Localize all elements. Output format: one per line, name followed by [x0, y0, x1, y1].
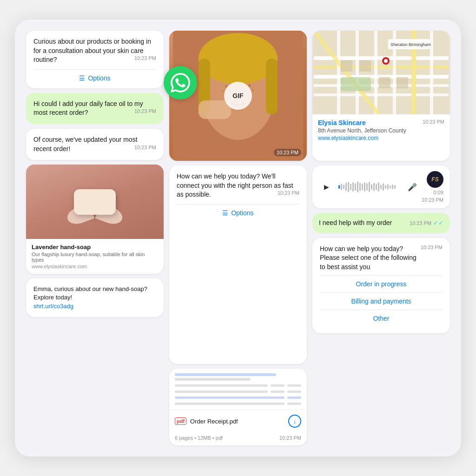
map-business-name: Elysia Skincare	[318, 119, 406, 126]
promo-text: Emma, curious about our new hand-soap? E…	[33, 285, 156, 311]
product-image	[26, 165, 164, 239]
map-address: 8th Avenue North, Jefferson County	[318, 127, 406, 134]
wave-bar	[357, 181, 358, 192]
svg-point-9	[198, 33, 278, 84]
svg-rect-15	[314, 66, 449, 68]
product-name: Lavender hand-soap	[32, 244, 158, 251]
svg-rect-21	[374, 31, 377, 114]
wave-bar	[350, 184, 351, 190]
wave-bar	[371, 184, 372, 190]
wave-bar	[380, 185, 382, 189]
svg-point-7	[252, 89, 254, 92]
wave-bar	[343, 185, 344, 189]
wave-bar	[373, 183, 375, 191]
wave-bar	[345, 183, 347, 191]
select-prompt-text: How can we help you today? Please select…	[320, 245, 418, 272]
receipt-line-11	[175, 403, 284, 405]
receipt-line-7	[271, 390, 284, 393]
svg-rect-26	[341, 60, 352, 72]
wave-bar	[376, 184, 377, 190]
receipt-line-5	[287, 384, 301, 387]
wave-bar	[369, 182, 370, 192]
receipt-line-1	[175, 373, 276, 376]
avatar: FS	[427, 171, 443, 188]
receipt-footer: pdf Order Receipt.pdf ↓	[169, 410, 307, 432]
download-button[interactable]: ↓	[288, 415, 301, 428]
product-info: Lavender hand-soap Our flagship luxury h…	[26, 239, 164, 274]
wave-bar	[348, 182, 349, 192]
options-icon-2: ☰	[222, 209, 228, 217]
wave-bar	[387, 184, 389, 190]
option-other[interactable]: Other	[320, 310, 443, 327]
bubble-consultation-text: Curious about our products or booking in…	[33, 38, 151, 63]
voice-time: 10:23 PM	[422, 197, 443, 203]
bubble-user-order: Hi could I add your daily face oil to my…	[26, 93, 164, 124]
waveform	[338, 180, 403, 193]
promo-link[interactable]: shrt.url/co3adg	[33, 303, 73, 310]
receipt-fileinfo: 6 pages • 12MB • pdf	[175, 435, 223, 441]
wave-bar	[338, 185, 340, 189]
wave-bar	[364, 182, 365, 192]
voice-message-card: ▶	[312, 165, 450, 208]
wave-bar	[355, 183, 356, 191]
receipt-lines	[175, 373, 301, 405]
svg-rect-19	[337, 31, 340, 114]
wave-bar	[366, 183, 368, 191]
col-left: Curious about our products or booking in…	[26, 31, 164, 445]
svg-rect-20	[356, 31, 359, 114]
product-card: Lavender hand-soap Our flagship luxury h…	[26, 165, 164, 274]
bubble-user-order-text: Hi could I add your daily face oil to my…	[33, 100, 143, 117]
receipt-card: pdf Order Receipt.pdf ↓ 6 pages • 12MB •…	[169, 369, 307, 445]
receipt-line-3	[175, 384, 268, 387]
option-order-in-progress[interactable]: Order in progress	[320, 275, 443, 292]
wave-bar	[385, 185, 386, 189]
product-desc: Our flagship luxury hand-soap, suitable …	[32, 251, 158, 263]
wave-bar	[394, 185, 396, 189]
receipt-line-2	[175, 378, 251, 381]
receipt-meta: 6 pages • 12MB • pdf 10:23 PM	[169, 432, 307, 445]
pdf-icon: pdf	[175, 417, 186, 425]
map-image: Sheraton Birmingham	[312, 31, 450, 114]
svg-rect-30	[341, 77, 371, 91]
map-time: 10:23 PM	[423, 119, 444, 125]
need-help-time: 10:23 PM	[410, 220, 431, 226]
options-button-1[interactable]: ☰ Options	[33, 69, 156, 82]
receipt-line-10	[287, 397, 301, 399]
help-card-1: How can we help you today? We'll connect…	[169, 165, 307, 364]
svg-point-32	[384, 59, 388, 63]
select-time: 10:23 PM	[421, 245, 443, 250]
gif-time: 10:23 PM	[274, 149, 301, 156]
col-right: Sheraton Birmingham Elysia Skincare 8th …	[312, 31, 450, 445]
wave-bar	[341, 184, 342, 190]
voice-duration: 0:09	[434, 190, 443, 195]
need-help-text: I need help with my order	[319, 218, 392, 228]
need-help-bubble: I need help with my order 10:23 PM ✓✓	[312, 213, 450, 233]
option-billing-payments[interactable]: Billing and payments	[320, 292, 443, 310]
select-options-card: How can we help you today? Please select…	[312, 238, 450, 334]
svg-rect-27	[359, 60, 371, 72]
wave-bar	[390, 185, 391, 188]
map-card: Sheraton Birmingham Elysia Skincare 8th …	[312, 31, 450, 161]
bubble-consultation: Curious about our products or booking in…	[26, 31, 164, 88]
svg-rect-29	[397, 77, 408, 88]
play-button[interactable]: ▶	[319, 179, 334, 194]
options-icon-1: ☰	[79, 74, 85, 82]
bubble-consultation-time: 10:23 PM	[134, 55, 156, 61]
options-button-2[interactable]: ☰ Options	[177, 204, 299, 217]
receipt-line-9	[175, 397, 284, 399]
whatsapp-icon	[164, 66, 197, 99]
wave-bar	[378, 182, 379, 192]
svg-rect-18	[314, 93, 449, 96]
bubble-updated-order-time: 10:23 PM	[134, 145, 156, 150]
map-info: Elysia Skincare 8th Avenue North, Jeffer…	[312, 114, 450, 146]
wave-bar	[359, 183, 361, 191]
receipt-line-6	[175, 390, 268, 393]
bubble-updated-order-text: Of course, we've updated your most recen…	[33, 136, 138, 152]
receipt-preview	[169, 369, 307, 410]
receipt-time: 10:23 PM	[279, 435, 301, 441]
wave-bar	[392, 185, 393, 189]
gif-label: GIF	[224, 82, 252, 110]
svg-rect-28	[379, 77, 390, 88]
wave-bar	[362, 184, 363, 190]
pdf-filename: Order Receipt.pdf	[190, 418, 284, 425]
